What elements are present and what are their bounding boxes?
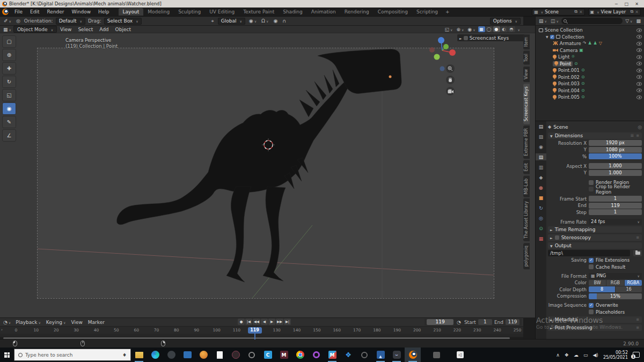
minimize-button[interactable]: ─ — [611, 2, 621, 6]
shading-dropdown[interactable] — [517, 27, 520, 32]
tray-volume-icon[interactable]: ◀) — [592, 352, 598, 358]
light-data-icon[interactable]: ⊙ — [581, 95, 585, 99]
select-box-tool[interactable]: ▢ — [2, 35, 16, 48]
snap-magnet-icon[interactable]: Ω — [260, 18, 269, 24]
hide-in-viewport-toggle[interactable] — [636, 82, 642, 86]
workspace-tab-layout[interactable]: Layout — [119, 8, 144, 16]
close-button[interactable]: ✕ — [632, 2, 642, 6]
menu-select[interactable]: Select — [75, 27, 96, 32]
workspace-tab-shading[interactable]: Shading — [279, 8, 307, 16]
outliner-row-scene-collection[interactable]: Scene Collection — [536, 27, 644, 34]
light-data-icon[interactable]: ⊙ — [581, 75, 585, 79]
outliner-row-point-003[interactable]: Point.003⊙ — [536, 80, 644, 87]
outliner-search-input[interactable] — [561, 18, 623, 24]
light-data-icon[interactable]: ⊙ — [581, 82, 585, 86]
cursor-tool[interactable]: ⊕ — [2, 49, 16, 61]
overwrite-checkbox[interactable] — [589, 303, 594, 308]
jump-to-end-button[interactable]: ▶| — [284, 319, 291, 325]
depth-16-button[interactable]: 16 — [616, 286, 642, 292]
browse-folder-button[interactable] — [633, 250, 642, 256]
tray-network-icon[interactable]: ▭ — [583, 352, 588, 358]
blender-logo-icon[interactable] — [2, 9, 9, 15]
scene-selector[interactable]: ▦ Scene ⧉ ✕ — [532, 9, 584, 16]
app-blue-window-icon[interactable] — [179, 348, 195, 362]
view-layer-selector[interactable]: ▣ View Layer ⧉ ✕ — [588, 9, 641, 16]
render-region-checkbox[interactable] — [589, 180, 594, 185]
post-processing-section-header[interactable]: Post Processing≡ — [548, 324, 642, 331]
taskbar-clock[interactable]: 00:52 25/05/2021 — [603, 350, 628, 360]
play-button[interactable]: ▶ — [268, 319, 275, 325]
crop-render-region-checkbox[interactable] — [589, 187, 594, 191]
active-tool-icon[interactable]: ✐ — [3, 18, 12, 24]
taskbar-search-input[interactable]: Type here to search ♦ — [14, 349, 131, 361]
timeline-editor-type-icon[interactable]: ◔ — [2, 320, 12, 325]
outliner-row-point-004[interactable]: Point.004⊙ — [536, 87, 644, 94]
figure-icon[interactable]: ♟ — [594, 41, 597, 46]
next-keyframe-button[interactable]: ▶▶ — [276, 319, 283, 325]
maximize-button[interactable]: □ — [621, 2, 632, 6]
pose-icon[interactable]: ↷ — [583, 41, 587, 46]
properties-editor-type[interactable]: ▤ — [536, 123, 546, 130]
zoom-icon[interactable] — [446, 64, 455, 73]
timeline-collapse-icon[interactable]: › — [1, 328, 3, 332]
time-remapping-section-header[interactable]: Time Remapping — [548, 226, 642, 233]
playhead[interactable]: 119 — [248, 327, 262, 334]
camera-data-icon[interactable]: ▣ — [579, 48, 583, 53]
color-rgb-button[interactable]: RGB — [606, 280, 624, 286]
app-ring-icon[interactable] — [356, 348, 372, 362]
frame-step-field[interactable]: 1 — [589, 209, 642, 215]
hide-in-viewport-toggle[interactable] — [636, 62, 642, 65]
annotate-tool[interactable]: ✎ — [2, 116, 16, 128]
gizmos-icon[interactable]: ⊕ — [455, 27, 465, 32]
outliner-row-point-002[interactable]: Point.002⊙ — [536, 74, 644, 81]
action-center-icon[interactable]: 1 — [633, 352, 640, 358]
3d-viewport[interactable]: ▦ Object ModeViewSelectAddObject ◱ ⊕ ◉ ▦… — [0, 26, 535, 317]
timeline-menu-marker[interactable]: Marker — [85, 320, 107, 325]
transform-tool[interactable]: ◉ — [2, 102, 16, 115]
workspace-tab-sculpting[interactable]: Sculpting — [174, 8, 205, 16]
properties-tab-object[interactable]: ■ — [536, 194, 546, 201]
viewport-editor-type-icon[interactable]: ▦ — [2, 27, 12, 32]
outliner-settings-icon[interactable]: ▩ — [635, 18, 642, 24]
menu-window[interactable]: Window — [68, 9, 95, 14]
timeline-menu-playback[interactable]: Playback — [13, 320, 43, 325]
output-section-header[interactable]: Output — [548, 242, 642, 249]
photos-icon[interactable]: ▲ — [372, 348, 389, 362]
panel-disclosure-icon[interactable] — [459, 35, 462, 41]
hide-in-viewport-toggle[interactable] — [636, 42, 642, 46]
resolution-x-field[interactable]: 1920 px — [589, 140, 642, 146]
pan-hand-icon[interactable] — [446, 76, 455, 84]
depth-8-button[interactable]: 8 — [589, 286, 615, 292]
frame-rate-dropdown[interactable]: 24 fps∨ — [589, 219, 642, 225]
workspace-tab-uv-editing[interactable]: UV Editing — [205, 8, 239, 16]
resolution-y-field[interactable]: 1080 px — [589, 147, 642, 153]
file-explorer-icon[interactable] — [131, 348, 147, 362]
sidebar-tab-screencast-keys[interactable]: Screencast Keys — [523, 84, 530, 124]
color-rgba-button[interactable]: RGBA — [625, 280, 642, 286]
hide-in-viewport-toggle[interactable] — [636, 55, 642, 59]
outliner-row-point[interactable]: Point⊙ — [536, 61, 644, 68]
menu-file[interactable]: File — [11, 9, 26, 14]
sidebar-tab-polygoniq[interactable]: polygoniq — [523, 243, 530, 269]
options-dropdown[interactable]: Options — [490, 18, 521, 25]
properties-tab-tool[interactable]: ▨ — [536, 133, 546, 140]
stereoscopy-section-header[interactable]: Stereoscopy≡ — [548, 234, 642, 241]
screencast-keys-panel[interactable]: Screencast Keys — [457, 34, 525, 41]
new-view-layer-icon[interactable]: ⧉ — [631, 9, 634, 14]
unlink-scene-icon[interactable]: ✕ — [579, 10, 583, 14]
menu-add[interactable]: Add — [96, 27, 112, 32]
move-tool[interactable]: ✚ — [2, 62, 16, 75]
output-path-field[interactable]: /tmp\ — [548, 250, 630, 256]
measure-tool[interactable]: ∠ — [2, 129, 16, 142]
workspace-tab-modeling[interactable]: Modeling — [143, 8, 174, 16]
sidebar-tab-tool[interactable]: Tool — [523, 51, 530, 65]
proportional-editing-icon[interactable]: ◉ — [272, 18, 279, 24]
pivot-point-icon[interactable]: ◉ — [248, 18, 258, 24]
add-workspace-button[interactable]: + — [442, 9, 453, 14]
metadata-section-header[interactable]: Metadata≡ — [548, 316, 642, 323]
color-bw-button[interactable]: BW — [589, 280, 606, 286]
properties-tab-physics[interactable]: ↻ — [536, 204, 546, 211]
dimensions-section-header[interactable]: Dimensions ☰ ≡ — [548, 132, 642, 139]
sidebar-tab-item[interactable]: Item — [523, 34, 530, 49]
app-white-square-icon[interactable]: ◁ — [452, 348, 468, 362]
